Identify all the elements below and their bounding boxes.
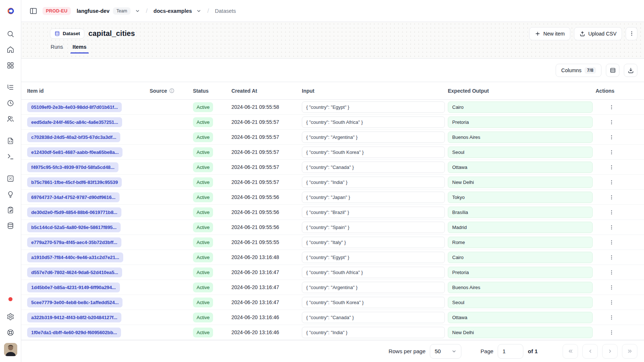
upload-csv-button[interactable]: Upload CSV — [574, 27, 622, 40]
org-chevron-down-icon[interactable] — [135, 8, 140, 14]
new-item-button[interactable]: New item — [529, 27, 570, 40]
last-page-button[interactable] — [622, 344, 637, 359]
item-id-pill[interactable]: d557e7d6-7802-4624-9da6-52d410ea5... — [27, 267, 122, 277]
page-number-input[interactable] — [498, 344, 523, 359]
langfuse-logo[interactable] — [0, 0, 21, 22]
insights-icon[interactable] — [4, 189, 17, 199]
table-row[interactable]: 69764737-34af-4752-9787-d90df9616... Act… — [21, 190, 644, 205]
table-row[interactable]: e779a270-579a-4f45-aec4-35b72d3bff... Ac… — [21, 235, 644, 250]
created-at-cell: 2024-06-20 13:16:47 — [228, 269, 299, 275]
project-name[interactable]: docs-examples — [154, 8, 192, 14]
item-id-pill[interactable]: c702838d-24d5-40a2-bf35-67dc3a3df... — [27, 132, 120, 142]
datasets-icon[interactable] — [4, 221, 17, 231]
item-id-pill[interactable]: e779a270-579a-4f45-aec4-35b72d3bff... — [27, 237, 121, 247]
prev-page-button[interactable] — [582, 344, 598, 359]
org-name[interactable]: langfuse-dev — [77, 8, 109, 14]
col-header-item-id[interactable]: Item id — [24, 88, 147, 94]
table-row[interactable]: 05109ef0-2e3b-4e03-98dd-8f7d01b61f... Ac… — [21, 100, 644, 115]
environment-badge: PROD-EU — [43, 7, 71, 15]
row-actions-kebab[interactable] — [607, 133, 616, 141]
row-actions-kebab[interactable] — [607, 118, 616, 126]
prompts-icon[interactable] — [4, 136, 17, 146]
support-icon[interactable] — [4, 327, 17, 337]
kebab-icon — [609, 225, 614, 230]
table-row[interactable]: 1d45b0e7-b85a-4231-9149-6ff90a294... Act… — [21, 280, 644, 295]
next-page-button[interactable] — [602, 344, 618, 359]
kebab-icon — [609, 104, 614, 110]
row-actions-kebab[interactable] — [607, 253, 616, 262]
col-header-input[interactable]: Input — [299, 88, 445, 94]
row-actions-kebab[interactable] — [607, 178, 616, 186]
table-row[interactable]: a322b319-9412-4f43-b8f2-b20484127f... Ac… — [21, 310, 644, 325]
users-icon[interactable] — [4, 114, 17, 124]
item-id-pill[interactable]: 5cee7779-3e00-4eb8-be8c-1affedd524... — [27, 298, 122, 307]
row-actions-kebab[interactable] — [607, 193, 616, 202]
table-row[interactable]: b75c7861-1fbe-45cf-bdf6-83f139c95539 Act… — [21, 175, 644, 190]
project-chevron-down-icon[interactable] — [196, 8, 201, 14]
item-id-pill[interactable]: 1f0e7da1-dbff-4e60-929d-f6095602bb... — [27, 328, 121, 337]
item-id-pill[interactable]: b75c7861-1fbe-45cf-bdf6-83f139c95539 — [27, 177, 122, 187]
row-actions-kebab[interactable] — [607, 268, 616, 277]
item-id-pill[interactable]: eed5dafe-244f-465c-a84c-4a6e357251... — [27, 117, 122, 127]
sessions-icon[interactable] — [4, 98, 17, 108]
row-actions-kebab[interactable] — [607, 208, 616, 217]
row-height-button[interactable] — [606, 64, 619, 77]
table-row[interactable]: e12430df-5e81-4687-aabb-f0ea65be8a... Ac… — [21, 145, 644, 160]
table-row[interactable]: eed5dafe-244f-465c-a84c-4a6e357251... Ac… — [21, 115, 644, 130]
tab-runs[interactable]: Runs — [51, 44, 63, 53]
table-row[interactable]: 5cee7779-3e00-4eb8-be8c-1affedd524... Ac… — [21, 295, 644, 310]
sidebar-toggle-icon[interactable] — [28, 5, 39, 16]
row-actions-kebab[interactable] — [607, 148, 616, 156]
col-header-created-at[interactable]: Created At — [228, 88, 299, 94]
expected-output-cell: Rome — [448, 237, 593, 248]
row-actions-kebab[interactable] — [607, 163, 616, 171]
annotation-icon[interactable] — [4, 205, 17, 215]
settings-icon[interactable] — [4, 311, 17, 322]
table-row[interactable]: de30d2e0-f5d9-4854-88b6-0619771b8... Act… — [21, 205, 644, 220]
col-header-expected-output[interactable]: Expected Output — [445, 88, 593, 94]
created-at-cell: 2024-06-21 09:55:55 — [228, 239, 299, 245]
item-id-pill[interactable]: e12430df-5e81-4687-aabb-f0ea65be8a... — [27, 147, 122, 157]
breadcrumb-section[interactable]: Datasets — [215, 8, 236, 14]
search-icon[interactable] — [4, 29, 17, 39]
table-row[interactable]: f4975c95-5fc3-4939-970d-58fa5cd48... Act… — [21, 160, 644, 175]
columns-button[interactable]: Columns 7/8 — [556, 64, 601, 77]
user-avatar[interactable] — [4, 343, 17, 356]
tracing-icon[interactable] — [4, 82, 17, 92]
item-id-pill[interactable]: 05109ef0-2e3b-4e03-98dd-8f7d01b61f... — [27, 102, 122, 112]
item-id-pill[interactable]: a1910d57-7f84-440c-9e46-a31c2d7e21... — [27, 252, 123, 262]
table-row[interactable]: c702838d-24d5-40a2-bf35-67dc3a3df... Act… — [21, 130, 644, 145]
row-actions-kebab[interactable] — [607, 328, 616, 337]
input-cell: { "country": "Egypt" } — [302, 252, 445, 263]
expected-output-cell: Tokyo — [448, 192, 593, 203]
row-actions-kebab[interactable] — [607, 103, 616, 111]
item-id-pill[interactable]: 1d45b0e7-b85a-4231-9149-6ff90a294... — [27, 282, 120, 292]
playground-icon[interactable] — [4, 151, 17, 162]
input-cell: { "country": "India" } — [302, 177, 445, 188]
item-id-pill[interactable]: b5c144cd-52a5-4a80-926e-58617f895... — [27, 222, 121, 232]
item-id-pill[interactable]: de30d2e0-f5d9-4854-88b6-0619771b8... — [27, 207, 121, 217]
row-actions-kebab[interactable] — [607, 283, 616, 292]
col-header-status[interactable]: Status — [190, 88, 228, 94]
col-header-source[interactable]: Source — [147, 88, 190, 94]
item-id-pill[interactable]: 69764737-34af-4752-9787-d90df9616... — [27, 192, 120, 202]
evaluation-icon[interactable] — [4, 173, 17, 184]
row-actions-kebab[interactable] — [607, 223, 616, 232]
home-icon[interactable] — [4, 44, 17, 55]
item-id-pill[interactable]: f4975c95-5fc3-4939-970d-58fa5cd48... — [27, 162, 118, 172]
row-actions-kebab[interactable] — [607, 298, 616, 307]
page-actions-kebab[interactable] — [626, 27, 637, 40]
table-row[interactable]: 1f0e7da1-dbff-4e60-929d-f6095602bb... Ac… — [21, 325, 644, 340]
item-id-pill[interactable]: a322b319-9412-4f43-b8f2-b20484127f... — [27, 313, 121, 322]
row-actions-kebab[interactable] — [607, 238, 616, 247]
table-row[interactable]: b5c144cd-52a5-4a80-926e-58617f895... Act… — [21, 220, 644, 235]
export-button[interactable] — [624, 64, 637, 77]
dashboards-icon[interactable] — [4, 60, 17, 70]
row-actions-kebab[interactable] — [607, 313, 616, 322]
expected-output-cell: Ottawa — [448, 312, 593, 323]
table-row[interactable]: a1910d57-7f84-440c-9e46-a31c2d7e21... Ac… — [21, 250, 644, 265]
rows-per-page-select[interactable]: 50 — [430, 344, 461, 359]
table-row[interactable]: d557e7d6-7802-4624-9da6-52d410ea5... Act… — [21, 265, 644, 280]
first-page-button[interactable] — [563, 344, 578, 359]
tab-items[interactable]: Items — [73, 44, 87, 53]
